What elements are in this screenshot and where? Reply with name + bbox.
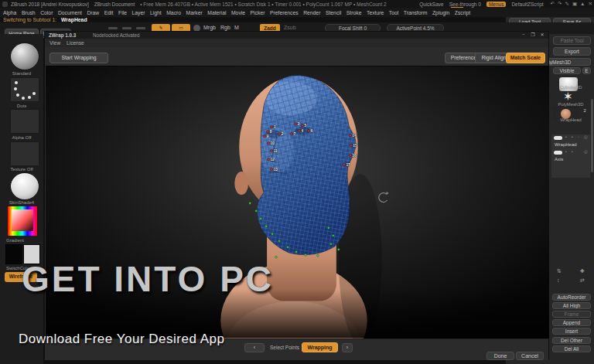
landmark-point-5[interactable] [301,124,303,127]
main-color-swatch[interactable] [5,244,22,264]
menu-texture[interactable]: Texture [367,10,384,15]
menu-light[interactable]: Light [150,10,162,15]
green-wrap-point[interactable] [327,227,329,230]
visibility-eye-icon[interactable] [554,151,562,155]
maximize-icon[interactable]: ❐ [528,32,538,37]
menu-material[interactable]: Material [207,10,226,15]
insert-button[interactable]: Insert [552,328,591,335]
menu-movie[interactable]: Movie [231,10,245,15]
panel-scrollbar[interactable] [591,99,593,172]
current-stroke-thumbnail[interactable] [10,77,39,102]
landmark-point-9[interactable] [264,135,266,138]
menus-toggle[interactable]: Menus [486,2,507,7]
menu-transform[interactable]: Transform [404,10,428,15]
green-wrap-point[interactable] [329,243,332,245]
green-wrap-point[interactable] [249,202,251,205]
landmark-point-3[interactable] [294,123,296,125]
landmark-point-11[interactable] [271,150,273,152]
subtool-name[interactable]: WrapHead [551,142,590,149]
zwrap-titlebar[interactable]: ZWrap 1.0.3 Nodelocked Activated – ❐ ✕ [45,32,548,39]
undo-icon[interactable]: ↶ [551,1,555,6]
menu-zplugin[interactable]: Zplugin [432,10,449,15]
subtool-name[interactable]: Axis [551,157,590,164]
export-button[interactable]: Export [553,47,591,56]
done-button[interactable]: Done [486,352,514,360]
star-tool-icon[interactable]: ✶ [563,90,573,102]
menu-stencil[interactable]: Stencil [326,10,341,15]
landmark-point-16[interactable] [349,155,351,157]
del-other-button[interactable]: Del Other [552,337,591,344]
next-step-button[interactable]: › [342,343,353,352]
green-wrap-point[interactable] [317,254,319,257]
visible-button[interactable]: Visible [553,67,581,74]
close-icon[interactable]: ✕ [538,32,547,37]
visibility-eye-icon[interactable] [554,136,562,140]
del-all-button[interactable]: Del All [552,345,591,352]
menu-picker[interactable]: Picker [251,10,265,15]
wrapping-step-button[interactable]: Wrapping [302,342,338,352]
cancel-button[interactable]: Cancel [516,352,544,360]
green-wrap-point[interactable] [295,250,298,253]
menu-preferences[interactable]: Preferences [270,10,299,15]
green-wrap-point[interactable] [271,233,274,235]
menu-alpha[interactable]: Alpha [3,10,16,15]
append-button[interactable]: Append [552,319,591,326]
subtool-row[interactable]: ▪ ▪ ◦ ◎ [551,134,590,142]
default-zscript-button[interactable]: DefaultZScript [511,2,543,7]
move-up-icon[interactable]: ⇅ [557,268,562,274]
green-wrap-point[interactable] [287,246,289,248]
menu-file[interactable]: File [118,10,127,15]
subtool-row[interactable]: ▪ ▪ ◎ [551,149,590,157]
m-toggle[interactable]: M [234,25,239,30]
brush-icon[interactable]: ✎ [565,1,569,6]
menu-document[interactable]: Document [58,10,82,15]
green-wrap-point[interactable] [278,240,281,242]
redo-icon[interactable]: ↷ [558,1,562,6]
menu-draw[interactable]: Draw [87,10,99,15]
menu-brush[interactable]: Brush [22,10,36,15]
menu-license[interactable]: License [67,40,84,46]
start-wrapping-button[interactable]: Start Wrapping [50,53,108,63]
palette-icon[interactable]: ▣ [572,1,577,6]
prev-step-button[interactable]: ‹ [244,343,265,352]
rgb-toggle[interactable]: Rgb [220,25,230,30]
paste-tool-button[interactable]: Paste Tool [553,36,591,45]
landmark-point-2[interactable] [278,133,280,135]
landmark-point-6[interactable] [307,130,309,132]
current-texture-thumbnail[interactable] [10,141,39,166]
match-scale-button[interactable]: Match Scale [506,53,545,63]
landmark-point-7[interactable] [290,133,292,135]
menu-zscript[interactable]: Zscript [455,10,470,15]
menu-tool[interactable]: Tool [389,10,398,15]
eye-icon[interactable]: ◎ [584,134,588,139]
paint-icon[interactable]: ▪ [565,134,567,139]
expand-icon[interactable]: ▲ [580,1,585,6]
zsub-toggle[interactable]: Zsub [284,25,296,30]
select-points-step-label[interactable]: Select Points [270,345,299,350]
landmark-point-15[interactable] [350,145,352,147]
menu-marker[interactable]: Marker [186,10,203,15]
paint-icon[interactable]: ▪ [565,149,567,154]
move-down-icon[interactable]: ↕ [557,277,560,283]
landmark-point-8[interactable] [267,131,269,133]
color-picker[interactable] [7,206,38,236]
wire-icon[interactable]: ◦ [578,134,579,139]
current-alpha-thumbnail[interactable] [10,109,39,134]
eye-icon[interactable]: ◎ [584,149,588,154]
current-material-thumbnail[interactable] [10,172,39,200]
current-brush-thumbnail[interactable] [10,43,39,70]
menu-macro[interactable]: Macro [166,10,181,15]
green-wrap-point[interactable] [275,256,278,258]
green-wrap-point[interactable] [305,253,307,256]
green-wrap-point[interactable] [255,210,258,213]
frame-button[interactable]: Frame [552,311,591,318]
green-wrap-point[interactable] [332,234,334,236]
landmark-point-4[interactable] [298,130,300,132]
landmark-point-10[interactable] [268,142,270,145]
menu-edit[interactable]: Edit [104,10,114,15]
landmark-point-13[interactable] [271,168,273,171]
swap-icon[interactable]: ⇄ [580,277,585,284]
menu-view[interactable]: View [50,40,60,46]
menu-stroke[interactable]: Stroke [346,10,362,15]
autoreorder-button[interactable]: AutoReorder [552,294,591,301]
